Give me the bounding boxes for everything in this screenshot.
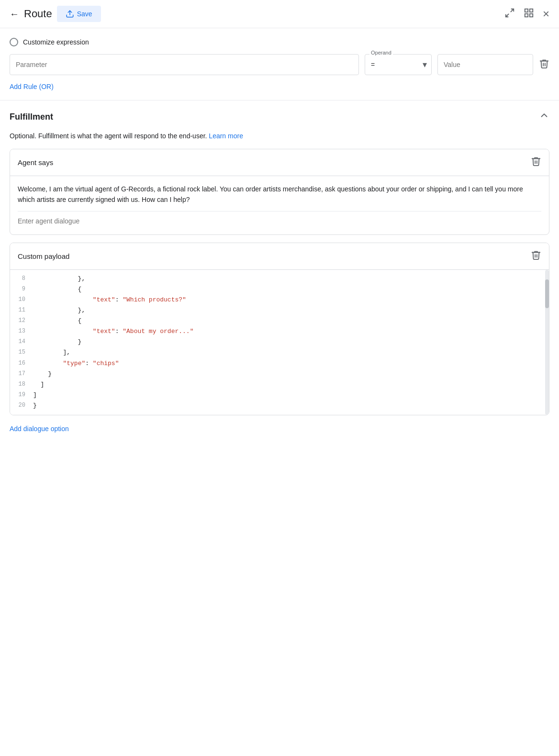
line-number: 11 (10, 305, 33, 315)
add-rule-link[interactable]: Add Rule (OR) (10, 83, 54, 90)
line-code: } (33, 400, 37, 411)
line-number: 20 (10, 400, 33, 410)
fulfillment-section: Fulfillment Optional. Fulfillment is wha… (10, 100, 549, 442)
delete-rule-icon[interactable] (539, 58, 549, 71)
code-area-wrapper: 8 },9 {10 "text": "Which products?"11 },… (10, 270, 549, 415)
code-line: 11 }, (10, 305, 549, 316)
line-number: 9 (10, 284, 33, 294)
line-number: 18 (10, 379, 33, 389)
value-input[interactable] (437, 54, 533, 75)
line-number: 16 (10, 358, 33, 368)
line-code: "text": "Which products?" (33, 295, 186, 305)
fulfillment-description: Optional. Fulfillment is what the agent … (10, 131, 549, 141)
line-code: { (33, 284, 81, 295)
code-line: 16 "type": "chips" (10, 358, 549, 369)
custom-payload-header: Custom payload (10, 243, 549, 270)
scrollbar[interactable] (545, 270, 549, 415)
page-title: Route (24, 8, 52, 20)
parameter-input[interactable] (10, 54, 359, 75)
close-icon[interactable]: × (543, 7, 549, 21)
agent-says-card: Agent says Welcome, I am the virtual age… (10, 149, 549, 235)
svg-line-2 (506, 13, 509, 16)
code-line: 14 } (10, 337, 549, 347)
line-code: } (33, 337, 81, 347)
rule-row: Operand = != < > ▾ (10, 54, 549, 75)
line-code: "type": "chips" (33, 358, 119, 369)
line-number: 10 (10, 295, 33, 304)
customize-radio[interactable] (10, 38, 18, 46)
svg-line-1 (511, 9, 514, 11)
line-code: ], (33, 347, 70, 358)
add-dialogue-link[interactable]: Add dialogue option (10, 425, 69, 433)
line-code: "text": "About my order..." (33, 326, 193, 337)
agent-dialogue-text: Welcome, I am the virtual agent of G-Rec… (18, 184, 541, 205)
svg-rect-3 (525, 9, 528, 11)
line-code: ] (33, 390, 37, 400)
customize-label: Customize expression (23, 38, 89, 46)
header: ← Route Save × (0, 0, 559, 28)
customize-expression-row: Customize expression (10, 28, 549, 54)
delete-agent-says-icon[interactable] (531, 156, 541, 169)
svg-rect-6 (530, 13, 533, 16)
agent-says-body: Welcome, I am the virtual agent of G-Rec… (10, 176, 549, 234)
learn-more-link[interactable]: Learn more (209, 132, 243, 140)
header-left: ← Route Save (10, 6, 499, 22)
expand-icon[interactable] (504, 8, 515, 21)
agent-dialogue-input[interactable] (18, 211, 541, 227)
header-icons: × (504, 7, 549, 21)
code-line: 19] (10, 390, 549, 400)
content-area: Customize expression Operand = != < > ▾ … (0, 28, 559, 442)
grid-icon[interactable] (524, 8, 534, 21)
code-line: 12 { (10, 316, 549, 326)
code-line: 10 "text": "Which products?" (10, 295, 549, 305)
line-number: 12 (10, 316, 33, 325)
code-line: 20} (10, 400, 549, 411)
line-number: 14 (10, 337, 33, 346)
line-code: }, (33, 274, 85, 284)
line-number: 17 (10, 369, 33, 378)
back-button[interactable]: ← (10, 9, 19, 20)
fulfillment-header: Fulfillment (10, 110, 549, 123)
code-line: 9 { (10, 284, 549, 295)
svg-rect-5 (525, 13, 528, 16)
operand-label: Operand (369, 50, 393, 56)
line-code: }, (33, 305, 85, 316)
code-line: 17 } (10, 369, 549, 379)
agent-says-header: Agent says (10, 149, 549, 176)
upload-icon (66, 10, 74, 18)
line-number: 13 (10, 326, 33, 336)
collapse-icon[interactable] (539, 110, 549, 123)
operand-select[interactable]: = != < > (365, 54, 432, 75)
line-number: 15 (10, 347, 33, 357)
code-line: 15 ], (10, 347, 549, 358)
custom-payload-card: Custom payload 8 },9 {10 "tex (10, 243, 549, 415)
save-label: Save (77, 10, 92, 18)
code-line: 8 }, (10, 274, 549, 284)
operand-wrapper: Operand = != < > ▾ (365, 54, 432, 75)
line-code: } (33, 369, 52, 379)
line-number: 19 (10, 390, 33, 400)
code-line: 18 ] (10, 379, 549, 390)
line-code: { (33, 316, 81, 326)
line-code: ] (33, 379, 44, 390)
agent-says-title: Agent says (18, 158, 53, 167)
delete-payload-icon[interactable] (531, 250, 541, 263)
line-number: 8 (10, 274, 33, 283)
code-area[interactable]: 8 },9 {10 "text": "Which products?"11 },… (10, 270, 549, 415)
code-line: 13 "text": "About my order..." (10, 326, 549, 337)
svg-rect-4 (530, 9, 533, 11)
save-button[interactable]: Save (57, 6, 101, 22)
fulfillment-title: Fulfillment (10, 112, 53, 122)
custom-payload-title: Custom payload (18, 252, 69, 260)
scrollbar-thumb (545, 279, 549, 308)
